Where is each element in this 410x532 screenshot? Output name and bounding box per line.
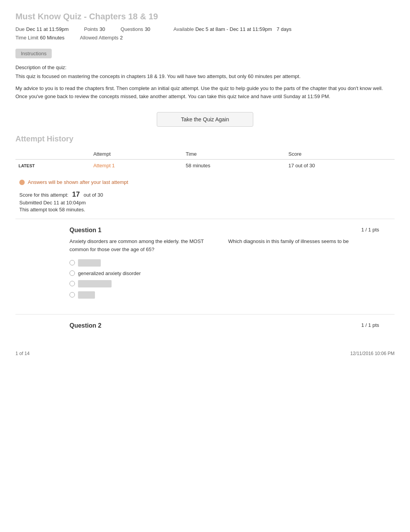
answer-option — [69, 291, 395, 299]
answer-text: generalized anxiety disorder — [78, 270, 141, 276]
attempt-score: 17 out of 30 — [285, 160, 395, 172]
question-block-2: Question 2 1 / 1 pts — [15, 318, 395, 337]
questions-label: Questions — [120, 26, 143, 32]
radio-icon — [69, 292, 75, 297]
attempt-history-title: Attempt History — [15, 134, 395, 143]
quiz-title: Must Know Quiz - Chapters 18 & 19 — [15, 12, 395, 22]
description-text1: This quiz is focused on mastering the co… — [15, 73, 395, 81]
radio-icon — [69, 281, 75, 286]
instructions-button[interactable]: Instructions — [15, 49, 52, 58]
time-limit-label: Time Limit — [15, 35, 38, 41]
warning-dot-icon — [19, 180, 25, 185]
question-2-number: Question 2 — [15, 322, 102, 329]
points-value: 30 — [100, 26, 105, 32]
question-1-number: Question 1 — [15, 227, 102, 234]
description-text2: My advice to you is to read the chapters… — [15, 85, 395, 101]
col-empty — [15, 149, 90, 160]
radio-icon — [69, 260, 75, 265]
allowed-attempts-value: 2 — [120, 35, 123, 41]
answer-text-blurred — [78, 291, 95, 299]
footer: 1 of 14 12/11/2016 10:06 PM — [15, 348, 395, 356]
answer-option: generalized anxiety disorder — [69, 270, 395, 276]
answer-options-1: generalized anxiety disorder — [15, 259, 395, 299]
time-limit-value: 60 Minutes — [40, 35, 64, 41]
answer-option — [69, 280, 395, 287]
take-quiz-button[interactable]: Take the Quiz Again — [157, 112, 253, 127]
answer-text-blurred — [78, 259, 101, 267]
score-number: 17 — [72, 190, 80, 198]
col-attempt-header: Attempt — [90, 149, 183, 160]
latest-label: LATEST — [19, 163, 35, 168]
score-label: Score for this attempt: — [19, 192, 68, 198]
due-label: Due — [15, 26, 25, 32]
available-label: Available — [173, 26, 194, 32]
description-label: Description of the quiz: — [15, 65, 395, 70]
answer-option — [69, 259, 395, 267]
question-block-1: Question 1 1 / 1 pts Anxiety disorders a… — [15, 223, 395, 306]
footer-page: 1 of 14 — [15, 351, 30, 356]
answers-warning: Answers will be shown after your last at… — [15, 179, 395, 185]
question-1-text: Anxiety disorders are common among the e… — [69, 238, 220, 254]
answers-warning-text: Answers will be shown after your last at… — [28, 179, 128, 185]
divider — [15, 314, 395, 314]
table-row: LATEST Attempt 1 58 minutes 17 out of 30 — [15, 160, 395, 172]
questions-value: 30 — [145, 26, 150, 32]
answer-text-blurred — [78, 280, 112, 287]
question-1-pts: 1 / 1 pts — [361, 227, 395, 233]
divider — [15, 219, 395, 219]
due-value: Dec 11 at 11:59pm — [26, 26, 69, 32]
question-1-prompt: Which diagnosis in this family of illnes… — [228, 238, 379, 254]
attempts-table: Attempt Time Score LATEST Attempt 1 58 m… — [15, 149, 395, 172]
question-2-pts: 1 / 1 pts — [361, 322, 395, 328]
attempt-time: 58 minutes — [183, 160, 285, 172]
took-text: This attempt took 58 minutes. — [19, 207, 395, 212]
submitted-text: Submitted Dec 11 at 10:04pm — [19, 200, 395, 206]
score-out-of: out of 30 — [83, 192, 103, 198]
col-score-header: Score — [285, 149, 395, 160]
allowed-attempts-label: Allowed Attempts — [80, 35, 119, 41]
col-time-header: Time — [183, 149, 285, 160]
score-section: Score for this attempt: 17 out of 30 Sub… — [15, 190, 395, 212]
points-label: Points — [84, 26, 98, 32]
attempt-link[interactable]: Attempt 1 — [93, 163, 115, 168]
radio-icon — [69, 270, 75, 276]
available-value: Dec 5 at 8am - Dec 11 at 11:59pm — [195, 26, 272, 32]
available-days: 7 days — [277, 26, 291, 32]
footer-date: 12/11/2016 10:06 PM — [350, 351, 395, 356]
